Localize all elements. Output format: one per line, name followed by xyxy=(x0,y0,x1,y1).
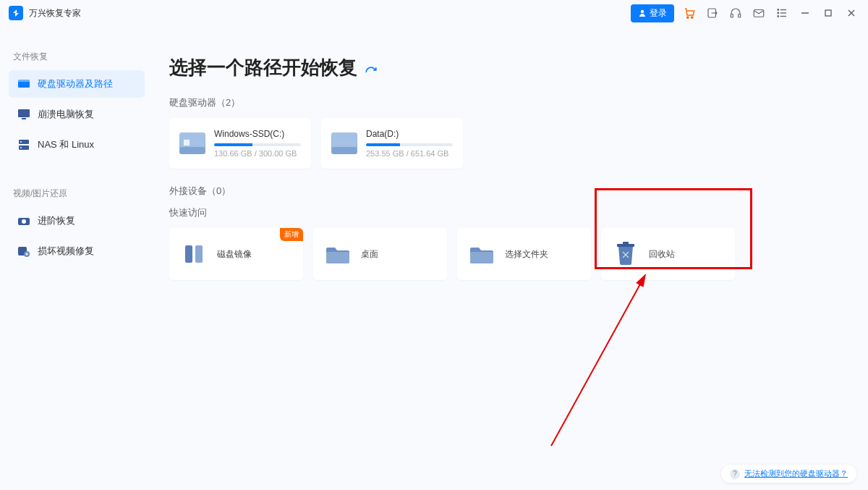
quick-card-disk-image[interactable]: 磁盘镜像 新增 xyxy=(169,228,303,280)
drive-info: Data(D:) 253.55 GB / 651.64 GB xyxy=(366,129,453,158)
titlebar: 万兴恢复专家 登录 xyxy=(0,0,868,26)
sidebar-item-label: 损坏视频修复 xyxy=(38,245,94,258)
quick-label: 回收站 xyxy=(649,248,675,261)
svg-rect-20 xyxy=(22,118,26,119)
maximize-icon[interactable] xyxy=(820,5,836,21)
wrench-icon xyxy=(17,245,30,258)
main: 选择一个路径开始恢复 硬盘驱动器（2） Windows-SSD(C:) 130.… xyxy=(152,26,868,490)
svg-rect-35 xyxy=(195,245,203,263)
sidebar-item-label: NAS 和 Linux xyxy=(38,138,94,151)
annotation-arrow-icon xyxy=(544,265,696,453)
badge-new: 新增 xyxy=(280,228,303,241)
drive-card-d[interactable]: Data(D:) 253.55 GB / 651.64 GB xyxy=(321,118,463,169)
sidebar-item-label: 硬盘驱动器及路径 xyxy=(38,77,113,90)
svg-line-40 xyxy=(551,275,645,446)
monitor-icon xyxy=(17,108,30,121)
svg-point-26 xyxy=(22,219,26,224)
svg-point-2 xyxy=(692,17,693,18)
svg-point-1 xyxy=(687,17,689,18)
sidebar-item-drives[interactable]: 硬盘驱动器及路径 xyxy=(9,70,145,98)
folder-icon xyxy=(325,241,351,267)
page-title-text: 选择一个路径开始恢复 xyxy=(169,55,357,80)
close-icon[interactable] xyxy=(843,5,859,21)
sidebar: 文件恢复 硬盘驱动器及路径 崩溃电脑恢复 NAS 和 Linux 视频/图片还原 xyxy=(0,26,152,490)
quick-header: 快速访问 xyxy=(169,206,851,219)
export-icon[interactable] xyxy=(705,5,720,21)
svg-rect-18 xyxy=(18,80,30,82)
sidebar-section-media: 视频/图片还原 xyxy=(13,187,145,200)
svg-rect-31 xyxy=(184,140,190,145)
svg-rect-4 xyxy=(731,14,733,18)
drive-name: Data(D:) xyxy=(366,129,453,139)
sidebar-item-nas-linux[interactable]: NAS 和 Linux xyxy=(9,131,145,159)
svg-rect-33 xyxy=(332,147,357,153)
drives-row: Windows-SSD(C:) 130.66 GB / 300.00 GB Da… xyxy=(169,118,851,169)
page-title: 选择一个路径开始恢复 xyxy=(169,55,851,80)
svg-point-23 xyxy=(20,141,22,143)
titlebar-right: 登录 xyxy=(631,4,859,22)
drive-card-c[interactable]: Windows-SSD(C:) 130.66 GB / 300.00 GB xyxy=(169,118,311,169)
minimize-icon[interactable] xyxy=(797,5,813,21)
quick-card-choose-folder[interactable]: 选择文件夹 xyxy=(457,228,591,280)
quick-card-recycle-bin[interactable]: 回收站 xyxy=(601,228,735,280)
sidebar-section-file-recovery: 文件恢复 xyxy=(13,51,145,63)
user-icon xyxy=(638,9,647,17)
external-header: 外接设备（0） xyxy=(169,185,851,198)
camera-icon xyxy=(17,214,30,227)
drive-fill xyxy=(366,143,400,146)
drive-name: Windows-SSD(C:) xyxy=(214,129,301,139)
titlebar-left: 万兴恢复专家 xyxy=(9,6,81,20)
quick-card-desktop[interactable]: 桌面 xyxy=(313,228,447,280)
sidebar-item-label: 进阶恢复 xyxy=(38,214,75,227)
drive-size: 130.66 GB / 300.00 GB xyxy=(214,149,301,158)
layout: 文件恢复 硬盘驱动器及路径 崩溃电脑恢复 NAS 和 Linux 视频/图片还原 xyxy=(0,26,868,490)
server-icon xyxy=(17,138,30,151)
quick-label: 选择文件夹 xyxy=(505,248,548,261)
sidebar-item-label: 崩溃电脑恢复 xyxy=(38,108,94,121)
svg-point-9 xyxy=(778,12,779,14)
svg-rect-30 xyxy=(180,147,205,153)
help-link-text[interactable]: 无法检测到您的硬盘驱动器？ xyxy=(744,468,848,479)
folder-open-icon xyxy=(469,241,495,267)
cart-icon[interactable] xyxy=(681,5,697,21)
svg-rect-36 xyxy=(326,252,349,263)
quick-row: 磁盘镜像 新增 桌面 选择文件夹 回收站 xyxy=(169,228,851,280)
app-logo-icon xyxy=(9,6,23,20)
drive-icon xyxy=(17,77,30,90)
help-icon: ? xyxy=(730,469,740,479)
sidebar-item-advanced[interactable]: 进阶恢复 xyxy=(9,207,145,235)
login-button[interactable]: 登录 xyxy=(631,4,674,22)
headset-icon[interactable] xyxy=(728,5,744,21)
hdd-icon xyxy=(179,132,205,154)
app-name: 万兴恢复专家 xyxy=(29,7,81,20)
quick-label: 桌面 xyxy=(361,248,378,261)
list-icon[interactable] xyxy=(774,5,790,21)
trash-icon xyxy=(613,241,639,267)
drive-bar xyxy=(366,143,453,146)
quick-label: 磁盘镜像 xyxy=(217,248,252,261)
svg-rect-34 xyxy=(185,245,192,263)
login-label: 登录 xyxy=(650,7,667,20)
svg-point-24 xyxy=(20,147,22,148)
drive-bar xyxy=(214,143,301,146)
svg-point-0 xyxy=(641,10,644,13)
sidebar-item-crashed-pc[interactable]: 崩溃电脑恢复 xyxy=(9,101,145,128)
refresh-icon[interactable] xyxy=(365,62,378,75)
disk-image-icon xyxy=(181,241,207,267)
drive-size: 253.55 GB / 651.64 GB xyxy=(366,149,453,158)
svg-point-11 xyxy=(778,16,779,17)
svg-rect-37 xyxy=(470,252,493,263)
svg-rect-17 xyxy=(18,81,30,88)
drives-header: 硬盘驱动器（2） xyxy=(169,96,851,109)
drive-info: Windows-SSD(C:) 130.66 GB / 300.00 GB xyxy=(214,129,301,158)
help-link-pill[interactable]: ? 无法检测到您的硬盘驱动器？ xyxy=(721,465,856,483)
svg-point-7 xyxy=(778,9,779,11)
svg-rect-14 xyxy=(825,10,831,16)
mail-icon[interactable] xyxy=(751,5,767,21)
svg-rect-39 xyxy=(623,242,629,245)
hdd-icon xyxy=(331,132,357,154)
svg-rect-19 xyxy=(18,109,30,117)
drive-fill xyxy=(214,143,252,146)
svg-rect-5 xyxy=(739,14,741,18)
sidebar-item-video-repair[interactable]: 损坏视频修复 xyxy=(9,237,145,265)
